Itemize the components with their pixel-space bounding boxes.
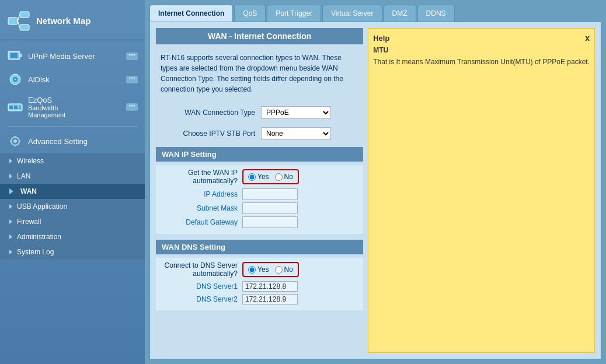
main-content: Internet Connection QoS Port Trigger Vir… [145,0,606,364]
subnet-mask-row: Subnet Mask [161,202,358,214]
aidisk-icon [7,72,23,86]
wan-ip-section-header: WAN IP Setting [156,147,363,162]
get-wan-ip-no-label[interactable]: No [275,173,293,181]
default-gateway-input[interactable] [242,216,298,228]
sidebar-item-aidisk-label: AiDisk [28,75,50,84]
svg-rect-1 [20,12,29,18]
connect-dns-yes-radio[interactable] [248,266,256,274]
sidebar-divider [7,126,138,127]
admin-arrow-icon [9,235,12,239]
content-left: WAN - Internet Connection RT-N16 support… [156,28,363,353]
wan-dns-section-body: Connect to DNS Server automatically? Yes… [156,258,363,310]
sidebar-item-firewall[interactable]: Firewall [0,214,145,229]
sidebar-sub-menu: Wireless LAN WAN USB Application Firewal… [0,153,145,260]
iptv-port-select[interactable]: None LAN1 LAN2 LAN3 LAN4 [261,127,331,140]
sidebar-logo: Network Map [0,5,145,40]
sidebar-sub-wireless-label: Wireless [17,157,44,165]
tab-ddns[interactable]: DDNS [417,5,455,22]
wan-connection-type-label: WAN Connection Type [156,108,261,117]
default-gateway-label: Default Gateway [161,218,242,226]
dns-server2-label: DNS Server2 [161,295,242,303]
wan-ip-section-body: Get the WAN IP automatically? Yes No [156,165,363,234]
help-text: That is It means Maximum Transmission Un… [373,57,590,67]
sidebar-item-wireless[interactable]: Wireless [0,153,145,169]
get-wan-ip-yes-radio[interactable] [248,173,256,181]
sidebar-item-ezqos-label2: Bandwidth [28,104,65,111]
upnp-badge: *** [126,52,138,60]
connect-dns-label: Connect to DNS Server automatically? [161,261,242,278]
wan-connection-type-control: PPPoE DHCP Static IP L2TP PPTP [261,106,331,119]
svg-line-3 [18,15,20,21]
iptv-port-control: None LAN1 LAN2 LAN3 LAN4 [261,127,331,140]
sidebar-item-ezqos[interactable]: EzQoS Bandwidth Management *** [0,92,145,123]
wireless-arrow-icon [9,159,12,163]
iptv-port-label: Choose IPTV STB Port [156,130,261,138]
wan-description: RT-N16 supports several connection types… [156,49,363,98]
tab-virtual-server[interactable]: Virtual Server [322,5,382,22]
sidebar-logo-title: Network Map [36,15,90,27]
description-text: RT-N16 supports several connection types… [161,54,343,93]
dns-server1-value: 172.21.128.8 [242,281,298,292]
svg-point-10 [15,79,16,80]
sidebar-sub-admin-label: Administration [17,233,61,241]
tab-dmz[interactable]: DMZ [384,5,416,22]
sidebar-item-usb[interactable]: USB Application [0,199,145,214]
get-wan-ip-no-radio[interactable] [275,173,283,181]
sidebar-item-ezqos-label3: Management [28,111,65,118]
iptv-port-row: Choose IPTV STB Port None LAN1 LAN2 LAN3… [156,125,363,142]
sidebar-item-aidisk[interactable]: AiDisk *** [0,68,145,90]
svg-rect-0 [8,18,18,24]
usb-arrow-icon [9,204,12,209]
dns-server2-value: 172.21.128.9 [242,294,298,304]
svg-rect-13 [14,106,18,109]
tab-internet-connection[interactable]: Internet Connection [149,5,233,22]
lan-arrow-icon [9,174,12,178]
sidebar-item-upnp[interactable]: UPnP Media Server *** [0,45,145,67]
tab-bar: Internet Connection QoS Port Trigger Vir… [149,5,601,22]
sidebar-item-advanced-label: Advanced Setting [28,137,88,146]
help-subtitle: MTU [373,46,590,54]
help-title: Help [373,34,389,43]
sidebar-item-wan[interactable]: WAN [0,184,145,199]
ezqos-icon [7,100,23,114]
subnet-mask-input[interactable] [242,202,298,214]
sidebar-sub-lan-label: LAN [17,172,30,180]
svg-rect-2 [20,24,29,30]
sidebar: Network Map UPnP Media Server *** AiDisk… [0,0,145,364]
get-wan-ip-yes-label[interactable]: Yes [248,173,269,181]
connect-dns-no-label[interactable]: No [275,265,293,274]
get-wan-ip-label: Get the WAN IP automatically? [161,169,242,185]
help-close-button[interactable]: x [585,33,590,43]
tab-port-trigger[interactable]: Port Trigger [267,5,321,22]
connect-dns-highlight: Yes No [242,262,299,277]
sidebar-item-administration[interactable]: Administration [0,229,145,244]
wan-connection-type-select[interactable]: PPPoE DHCP Static IP L2TP PPTP [261,106,331,119]
content-panel: WAN - Internet Connection RT-N16 support… [149,22,601,359]
sidebar-item-syslog[interactable]: System Log [0,244,145,260]
sidebar-sub-firewall-label: Firewall [17,218,41,226]
wan-dns-section-header: WAN DNS Setting [156,240,363,254]
dns-server1-row: DNS Server1 172.21.128.8 [161,281,358,292]
wan-title: WAN - Internet Connection [156,28,363,44]
aidisk-badge: *** [126,76,138,83]
sidebar-item-upnp-label: UPnP Media Server [28,52,95,61]
wan-arrow-icon [9,188,13,194]
sidebar-item-lan[interactable]: LAN [0,169,145,184]
connect-dns-no-radio[interactable] [275,266,283,274]
firewall-arrow-icon [9,219,12,224]
connect-dns-yes-label[interactable]: Yes [248,265,269,274]
sidebar-sub-usb-label: USB Application [17,202,67,211]
dns-server2-row: DNS Server2 172.21.128.9 [161,294,358,304]
ip-address-label: IP Address [161,190,242,198]
upnp-icon [7,49,23,63]
svg-rect-6 [11,53,18,58]
dns-server1-label: DNS Server1 [161,282,242,290]
get-wan-ip-highlight: Yes No [242,169,299,184]
sidebar-item-ezqos-label1: EzQoS [28,96,65,104]
sidebar-item-advanced[interactable]: Advanced Setting [0,130,145,152]
default-gateway-row: Default Gateway [161,216,358,228]
tab-qos[interactable]: QoS [234,5,266,22]
sidebar-sub-syslog-label: System Log [17,248,54,256]
ip-address-input[interactable] [242,188,298,200]
help-panel: Help x MTU That is It means Maximum Tran… [368,28,595,353]
